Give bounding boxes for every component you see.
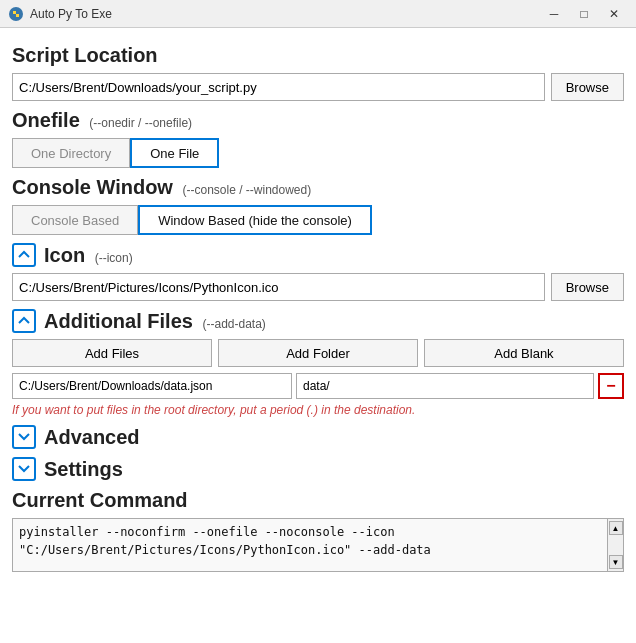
chevron-down-icon xyxy=(17,430,31,444)
advanced-title: Advanced xyxy=(44,426,140,449)
scroll-down-arrow[interactable]: ▼ xyxy=(609,555,623,569)
advanced-header: Advanced xyxy=(12,425,624,449)
onefile-title: Onefile (--onedir / --onefile) xyxy=(12,109,624,132)
script-browse-button[interactable]: Browse xyxy=(551,73,624,101)
icon-section: Icon (--icon) Browse xyxy=(12,243,624,301)
console-toggle-group: Console Based Window Based (hide the con… xyxy=(12,205,624,235)
script-location-row: Browse xyxy=(12,73,624,101)
settings-section: Settings xyxy=(12,457,624,481)
remove-file-button[interactable]: − xyxy=(598,373,624,399)
maximize-button[interactable]: □ xyxy=(570,3,598,25)
chevron-down-icon-2 xyxy=(17,462,31,476)
one-file-button[interactable]: One File xyxy=(130,138,219,168)
onefile-section: Onefile (--onedir / --onefile) One Direc… xyxy=(12,109,624,168)
icon-title: Icon (--icon) xyxy=(44,244,133,267)
scroll-up-arrow[interactable]: ▲ xyxy=(609,521,623,535)
settings-title: Settings xyxy=(44,458,123,481)
main-content: Script Location Browse Onefile (--onedir… xyxy=(0,28,636,643)
command-scrollbar: ▲ ▼ xyxy=(608,518,624,572)
settings-collapse-button[interactable] xyxy=(12,457,36,481)
settings-header: Settings xyxy=(12,457,624,481)
script-location-input[interactable] xyxy=(12,73,545,101)
file-dest-input[interactable] xyxy=(296,373,594,399)
add-files-button[interactable]: Add Files xyxy=(12,339,212,367)
titlebar-title: Auto Py To Exe xyxy=(30,7,112,21)
titlebar-left: Auto Py To Exe xyxy=(8,6,112,22)
onefile-toggle-group: One Directory One File xyxy=(12,138,624,168)
minus-icon: − xyxy=(606,377,615,395)
onefile-subtitle: (--onedir / --onefile) xyxy=(89,116,192,130)
file-src-input[interactable] xyxy=(12,373,292,399)
close-button[interactable]: ✕ xyxy=(600,3,628,25)
console-window-subtitle: (--console / --windowed) xyxy=(182,183,311,197)
app-icon xyxy=(8,6,24,22)
additional-files-hint: If you want to put files in the root dir… xyxy=(12,403,624,417)
additional-files-collapse-button[interactable] xyxy=(12,309,36,333)
chevron-up-icon xyxy=(17,248,31,262)
console-window-section: Console Window (--console / --windowed) … xyxy=(12,176,624,235)
chevron-up-icon-2 xyxy=(17,314,31,328)
script-location-section: Script Location Browse xyxy=(12,44,624,101)
icon-input-row: Browse xyxy=(12,273,624,301)
icon-collapse-button[interactable] xyxy=(12,243,36,267)
add-folder-button[interactable]: Add Folder xyxy=(218,339,418,367)
file-entry-row: − xyxy=(12,373,624,399)
additional-files-subtitle: (--add-data) xyxy=(202,317,265,331)
command-scroll-container: pyinstaller --noconfirm --onefile --noco… xyxy=(12,518,624,572)
minimize-button[interactable]: ─ xyxy=(540,3,568,25)
console-based-button[interactable]: Console Based xyxy=(12,205,138,235)
icon-header: Icon (--icon) xyxy=(12,243,624,267)
icon-input[interactable] xyxy=(12,273,545,301)
script-location-title: Script Location xyxy=(12,44,624,67)
console-window-title: Console Window (--console / --windowed) xyxy=(12,176,624,199)
one-directory-button[interactable]: One Directory xyxy=(12,138,130,168)
add-buttons-row: Add Files Add Folder Add Blank xyxy=(12,339,624,367)
additional-files-section: Additional Files (--add-data) Add Files … xyxy=(12,309,624,417)
command-text: pyinstaller --noconfirm --onefile --noco… xyxy=(12,518,608,572)
icon-subtitle: (--icon) xyxy=(95,251,133,265)
advanced-collapse-button[interactable] xyxy=(12,425,36,449)
add-blank-button[interactable]: Add Blank xyxy=(424,339,624,367)
additional-files-title: Additional Files (--add-data) xyxy=(44,310,266,333)
icon-browse-button[interactable]: Browse xyxy=(551,273,624,301)
titlebar-buttons: ─ □ ✕ xyxy=(540,3,628,25)
current-command-title: Current Command xyxy=(12,489,624,512)
current-command-section: Current Command pyinstaller --noconfirm … xyxy=(12,489,624,572)
additional-files-header: Additional Files (--add-data) xyxy=(12,309,624,333)
advanced-section: Advanced xyxy=(12,425,624,449)
titlebar: Auto Py To Exe ─ □ ✕ xyxy=(0,0,636,28)
window-based-button[interactable]: Window Based (hide the console) xyxy=(138,205,372,235)
